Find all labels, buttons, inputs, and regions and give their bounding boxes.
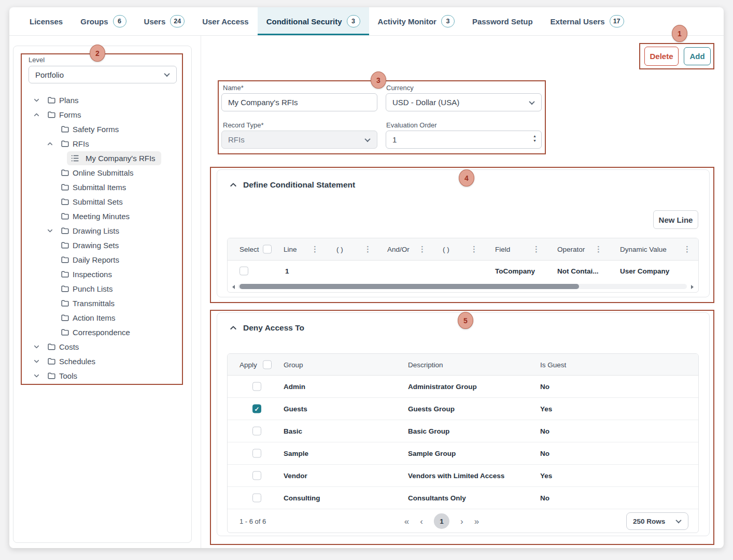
chevron-down-icon[interactable]: [33, 343, 47, 351]
step-down-icon[interactable]: ▼: [533, 139, 537, 142]
cell-dynamic-value: User Company: [620, 267, 669, 275]
chevron-up-icon[interactable]: [46, 140, 61, 148]
tree-item-rfis[interactable]: RFIs: [13, 136, 190, 151]
tree-item-action-items[interactable]: Action Items: [13, 310, 190, 325]
rows-per-page-select[interactable]: 250 Rows: [626, 512, 688, 530]
apply-checkbox[interactable]: [252, 382, 261, 391]
currency-select[interactable]: USD - Dollar (USA): [386, 93, 542, 111]
column-menu-icon[interactable]: ⋮: [683, 245, 691, 254]
tab-user-access[interactable]: User Access: [193, 7, 258, 35]
column-header-apply: Apply: [239, 361, 257, 368]
select-all-checkbox[interactable]: [263, 245, 272, 254]
add-button[interactable]: Add: [684, 47, 711, 65]
new-line-button[interactable]: New Line: [653, 210, 698, 229]
scroll-right-icon[interactable]: [691, 285, 694, 289]
tree-item-plans[interactable]: Plans: [13, 93, 190, 107]
tree-item-label: Action Items: [73, 313, 116, 322]
evaluation-order-input[interactable]: [386, 131, 542, 149]
apply-checkbox[interactable]: [252, 449, 261, 458]
folder-icon: [61, 270, 69, 279]
apply-checkbox[interactable]: [252, 427, 261, 436]
current-page-button[interactable]: 1: [434, 513, 449, 529]
tree-item-correspondence[interactable]: Correspondence: [13, 325, 190, 339]
cell-description: Basic Group: [408, 427, 449, 435]
tree-item-meeting-minutes[interactable]: Meeting Minutes: [13, 209, 190, 223]
conditional-table-row: 1ToCompanyNot Contai...User Company: [228, 261, 698, 281]
column-header-is-guest: Is Guest: [540, 361, 566, 368]
tab-count-badge: 3: [441, 15, 455, 27]
number-stepper[interactable]: ▲ ▼: [533, 134, 537, 142]
chevron-up-icon[interactable]: [33, 111, 47, 119]
cell-is-guest: No: [540, 450, 549, 457]
chevron-down-icon: [529, 98, 534, 104]
apply-checkbox[interactable]: [252, 494, 261, 502]
last-page-icon[interactable]: »: [474, 517, 479, 526]
column-header-: ( ): [443, 246, 449, 253]
step-up-icon[interactable]: ▲: [533, 134, 537, 138]
column-menu-icon[interactable]: ⋮: [532, 245, 540, 254]
first-page-icon[interactable]: «: [404, 517, 409, 526]
collapse-icon[interactable]: [229, 324, 237, 332]
tree-item-punch-lists[interactable]: Punch Lists: [13, 281, 190, 296]
tab-password-setup[interactable]: Password Setup: [463, 7, 542, 35]
next-page-icon[interactable]: ›: [460, 517, 463, 526]
apply-checkbox[interactable]: [252, 471, 261, 480]
row-checkbox[interactable]: [239, 266, 248, 275]
scrollbar-thumb[interactable]: [239, 284, 579, 289]
chevron-down-icon[interactable]: [33, 96, 47, 104]
tree-item-schedules[interactable]: Schedules: [13, 354, 190, 368]
column-menu-icon[interactable]: ⋮: [470, 245, 478, 254]
tree-item-safety-forms[interactable]: Safety Forms: [13, 122, 190, 136]
chevron-down-icon[interactable]: [33, 372, 47, 380]
tree-item-online-submittals[interactable]: Online Submittals: [13, 165, 190, 180]
tree-item-drawing-sets[interactable]: Drawing Sets: [13, 238, 190, 252]
apply-all-checkbox[interactable]: [263, 360, 272, 369]
chevron-down-icon[interactable]: [33, 357, 47, 365]
deny-row-admin: AdminAdministrator GroupNo: [228, 376, 698, 398]
conditional-section-header[interactable]: Define Conditional Statement: [229, 180, 355, 190]
tree-item-forms[interactable]: Forms: [13, 107, 190, 122]
tab-external-users[interactable]: External Users17: [542, 7, 633, 35]
tab-groups[interactable]: Groups6: [72, 7, 135, 35]
cell-description: Vendors with Limited Access: [408, 472, 504, 480]
deny-access-section: Deny Access To ApplyGroupDescriptionIs G…: [217, 312, 710, 536]
level-select[interactable]: Portfolio: [29, 66, 177, 83]
annotation-badge-5: 5: [458, 312, 473, 329]
tree-item-label: My Company's RFIs: [86, 154, 156, 163]
previous-page-icon[interactable]: ‹: [420, 517, 423, 526]
tree-item-submittal-sets[interactable]: Submittal Sets: [13, 194, 190, 209]
column-menu-icon[interactable]: ⋮: [364, 245, 372, 254]
annotation-badge-3: 3: [371, 71, 386, 89]
delete-button[interactable]: Delete: [644, 47, 679, 66]
tab-label: Groups: [80, 17, 108, 26]
tab-licenses[interactable]: Licenses: [21, 7, 72, 35]
apply-checkbox[interactable]: ✓: [252, 405, 261, 413]
tree-item-drawing-lists[interactable]: Drawing Lists: [13, 223, 190, 238]
tree-item-inspections[interactable]: Inspections: [13, 267, 190, 281]
conditional-table-header: SelectLine⋮( )⋮And/Or⋮( )⋮Field⋮Operator…: [228, 238, 698, 261]
tree-item-transmittals[interactable]: Transmittals: [13, 296, 190, 310]
folder-icon: [47, 371, 56, 380]
tree-item-daily-reports[interactable]: Daily Reports: [13, 252, 190, 267]
tab-label: External Users: [551, 17, 605, 26]
chevron-down-icon[interactable]: [46, 227, 61, 235]
selected-tree-item-pill: My Company's RFIs: [67, 151, 161, 165]
tab-label: Password Setup: [472, 17, 533, 26]
tree-item-submittal-items[interactable]: Submittal Items: [13, 180, 190, 194]
collapse-icon[interactable]: [229, 181, 237, 189]
scroll-left-icon[interactable]: [232, 285, 235, 289]
tree-item-my-company-s-rfis[interactable]: My Company's RFIs: [13, 151, 190, 165]
column-menu-icon[interactable]: ⋮: [311, 245, 319, 254]
cell-description: Consultants Only: [408, 494, 466, 502]
column-menu-icon[interactable]: ⋮: [418, 245, 426, 254]
column-menu-icon[interactable]: ⋮: [595, 245, 602, 254]
tab-conditional-security[interactable]: Conditional Security3: [258, 7, 369, 35]
name-input[interactable]: [221, 93, 377, 111]
tab-activity-monitor[interactable]: Activity Monitor3: [369, 7, 463, 35]
tree-item-label: Drawing Lists: [73, 226, 119, 235]
tree-item-tools[interactable]: Tools: [13, 368, 190, 383]
list-icon: [71, 154, 79, 163]
tree-item-costs[interactable]: Costs: [13, 339, 190, 354]
tab-users[interactable]: Users24: [135, 7, 194, 35]
deny-section-header[interactable]: Deny Access To: [229, 323, 304, 333]
